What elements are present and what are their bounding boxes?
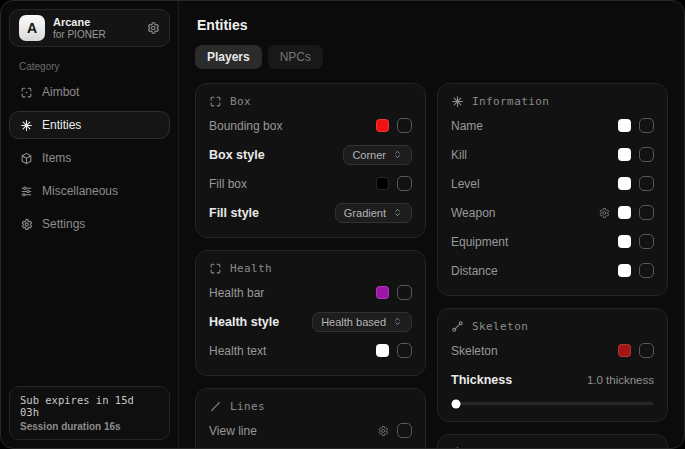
setting-controls: Gradient <box>335 203 412 223</box>
sidebar-item-entities[interactable]: Entities <box>9 111 170 139</box>
weapon-checkbox[interactable] <box>639 205 654 220</box>
brand-card: A Arcane for PIONER <box>9 9 170 47</box>
color-swatch[interactable] <box>618 177 631 190</box>
setting-controls <box>598 205 654 220</box>
bounding-box-checkbox[interactable] <box>397 118 412 133</box>
card-information: InformationNameKillLevelWeaponEquipmentD… <box>437 83 668 296</box>
name-checkbox[interactable] <box>639 118 654 133</box>
sidebar-item-miscellaneous[interactable]: Miscellaneous <box>9 177 170 205</box>
health-style-select[interactable]: Health based <box>312 312 412 332</box>
fill-box-checkbox[interactable] <box>397 176 412 191</box>
slider-thumb[interactable] <box>452 399 461 408</box>
distance-checkbox[interactable] <box>639 263 654 278</box>
setting-controls <box>618 147 654 162</box>
setting-label: Health style <box>209 315 279 329</box>
right-column: InformationNameKillLevelWeaponEquipmentD… <box>437 83 668 448</box>
card-title: Skeleton <box>472 320 528 333</box>
setting-controls <box>618 118 654 133</box>
sidebar-item-items[interactable]: Items <box>9 144 170 172</box>
gear-icon[interactable] <box>146 21 160 35</box>
color-swatch[interactable] <box>376 177 389 190</box>
color-swatch[interactable] <box>618 206 631 219</box>
frame-icon <box>209 262 222 275</box>
color-swatch[interactable] <box>618 264 631 277</box>
setting-value: 1.0 thickness <box>587 374 654 386</box>
setting-controls <box>618 263 654 278</box>
card-header: Box <box>209 95 412 108</box>
sidebar-nav: AimbotEntitiesItemsMiscellaneousSettings <box>9 78 170 238</box>
select-value: Health based <box>321 316 386 328</box>
setting-row-fill-box: Fill box <box>209 172 412 195</box>
color-swatch[interactable] <box>618 344 631 357</box>
kill-checkbox[interactable] <box>639 147 654 162</box>
sidebar-item-label: Miscellaneous <box>42 184 118 198</box>
sidebar-item-aimbot[interactable]: Aimbot <box>9 78 170 106</box>
setting-controls <box>377 423 412 438</box>
setting-controls: 1.0 thickness <box>587 374 654 386</box>
tab-players[interactable]: Players <box>195 45 262 69</box>
card-title: Health <box>230 262 272 275</box>
view-line-checkbox[interactable] <box>397 423 412 438</box>
gear-icon[interactable] <box>598 207 610 219</box>
setting-row-distance: Distance <box>451 259 654 282</box>
setting-controls: Corner <box>343 145 412 165</box>
bone-icon <box>451 320 464 333</box>
card-general: GeneralVisibility checkMax distance500m <box>437 434 668 448</box>
setting-row-weapon: Weapon <box>451 201 654 224</box>
sun-icon <box>451 446 464 448</box>
color-swatch[interactable] <box>376 344 389 357</box>
color-swatch[interactable] <box>618 119 631 132</box>
main-content: Entities PlayersNPCs BoxBounding boxBox … <box>179 1 684 448</box>
left-column: BoxBounding boxBox styleCornerFill boxFi… <box>195 83 426 448</box>
gear-icon <box>20 218 33 231</box>
card-header: General <box>451 446 654 448</box>
fill-style-select[interactable]: Gradient <box>335 203 412 223</box>
card-lines: LinesView lineLine to enemy <box>195 388 426 448</box>
color-swatch[interactable] <box>618 148 631 161</box>
app-logo: A <box>19 15 45 41</box>
health-text-checkbox[interactable] <box>397 343 412 358</box>
level-checkbox[interactable] <box>639 176 654 191</box>
setting-controls: Health based <box>312 312 412 332</box>
setting-row-kill: Kill <box>451 143 654 166</box>
color-swatch[interactable] <box>376 119 389 132</box>
session-duration-text: Session duration 16s <box>20 421 159 432</box>
entities-icon <box>20 119 33 132</box>
setting-row-skeleton: Skeleton <box>451 339 654 362</box>
tab-npcs[interactable]: NPCs <box>268 45 323 69</box>
skeleton-checkbox[interactable] <box>639 343 654 358</box>
card-header: Lines <box>209 400 412 413</box>
setting-label: Distance <box>451 264 498 278</box>
cube-icon <box>20 152 33 165</box>
app-window: A Arcane for PIONER Category AimbotEntit… <box>0 0 685 449</box>
thickness-slider[interactable] <box>452 402 653 405</box>
setting-label: Thickness <box>451 373 512 387</box>
tab-bar: PlayersNPCs <box>195 45 668 69</box>
setting-row-health-text: Health text <box>209 339 412 362</box>
setting-row-level: Level <box>451 172 654 195</box>
health-bar-checkbox[interactable] <box>397 285 412 300</box>
setting-row-view-line: View line <box>209 419 412 442</box>
card-skeleton: SkeletonSkeletonThickness1.0 thickness <box>437 308 668 422</box>
category-label: Category <box>19 61 170 72</box>
color-swatch[interactable] <box>618 235 631 248</box>
equipment-checkbox[interactable] <box>639 234 654 249</box>
sidebar-item-label: Entities <box>42 118 81 132</box>
select-value: Gradient <box>344 207 386 219</box>
setting-controls <box>376 176 412 191</box>
setting-label: Health bar <box>209 286 264 300</box>
setting-row-health-bar: Health bar <box>209 281 412 304</box>
sidebar: A Arcane for PIONER Category AimbotEntit… <box>1 1 179 448</box>
sidebar-item-settings[interactable]: Settings <box>9 210 170 238</box>
setting-row-fill-style: Fill styleGradient <box>209 201 412 224</box>
setting-row-health-style: Health styleHealth based <box>209 310 412 333</box>
gear-icon[interactable] <box>377 425 389 437</box>
setting-controls <box>618 343 654 358</box>
setting-controls <box>618 176 654 191</box>
app-name: Arcane <box>53 16 106 29</box>
setting-label: Name <box>451 119 483 133</box>
box-style-select[interactable]: Corner <box>343 145 412 165</box>
color-swatch[interactable] <box>376 286 389 299</box>
sidebar-item-label: Settings <box>42 217 85 231</box>
card-title: Lines <box>230 400 265 413</box>
